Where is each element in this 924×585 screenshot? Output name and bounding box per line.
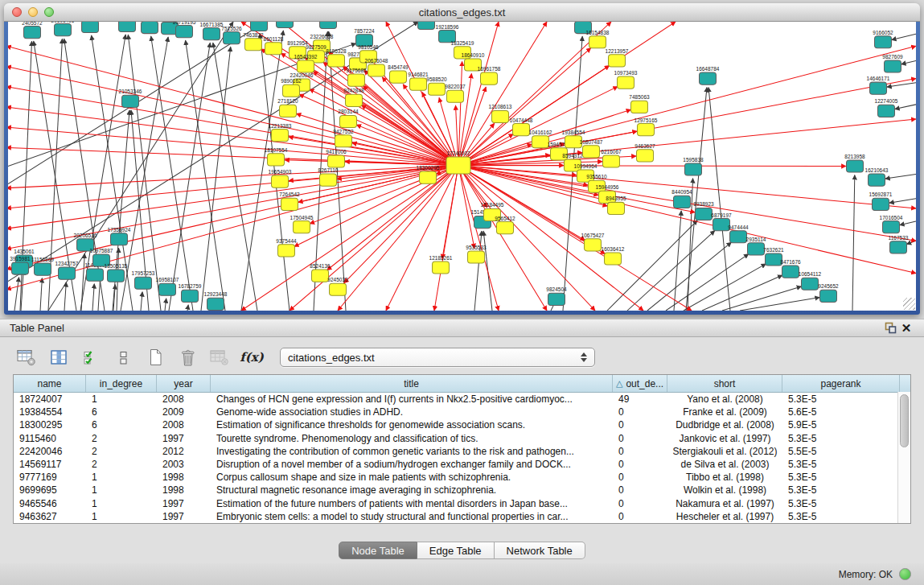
network-edge[interactable] [48, 22, 233, 311]
cell-short[interactable]: Hescheler et al. (1997) [667, 511, 782, 522]
network-node[interactable]: 13505135 [105, 263, 128, 282]
cell-year[interactable]: 1998 [157, 472, 211, 483]
network-node[interactable]: 7264542 [279, 192, 300, 210]
select-columns-button[interactable] [80, 348, 101, 367]
cell-name[interactable]: 18300295 [14, 419, 86, 431]
table-row[interactable]: 969969511998Structural magnetic resonanc… [14, 484, 910, 496]
network-node[interactable]: 9175685 [346, 68, 367, 86]
table-row[interactable]: 977716911998Corpus callosum shape and si… [14, 471, 910, 484]
network-node[interactable]: 17957253 [132, 270, 155, 289]
cell-year[interactable]: 1997 [157, 511, 211, 522]
close-panel-button[interactable]: ✕ [898, 321, 914, 336]
network-node[interactable]: 1527602 [139, 22, 160, 34]
create-column-button[interactable] [145, 348, 166, 367]
network-node[interactable]: 9146821 [408, 72, 429, 90]
network-edge[interactable] [187, 305, 188, 311]
network-edge[interactable] [434, 165, 458, 311]
cell-year[interactable]: 2008 [157, 393, 211, 405]
cell-year[interactable]: 1998 [157, 484, 211, 496]
network-node[interactable]: 20691406 [51, 22, 75, 36]
network-node[interactable]: 8440954 [671, 189, 692, 208]
network-node[interactable]: 7906586 [274, 22, 295, 28]
table-selector-dropdown[interactable]: citations_edges.txt [280, 348, 595, 367]
network-node[interactable]: 16154838 [586, 30, 610, 48]
network-node[interactable]: 8813054 [416, 22, 437, 30]
network-node[interactable]: 9245652 [818, 283, 839, 302]
cell-in_degree[interactable]: 2 [86, 446, 157, 457]
delete-column-button[interactable] [177, 348, 198, 367]
cell-out_de[interactable]: 0 [613, 459, 667, 470]
cell-in_degree[interactable]: 1 [86, 484, 157, 496]
network-node[interactable]: 17016504 [880, 215, 903, 233]
network-node[interactable]: 9463627 [634, 143, 655, 162]
network-node[interactable]: 19654903 [269, 169, 292, 187]
network-node[interactable]: 7463822 [243, 32, 264, 51]
network-node[interactable]: 18300295 [417, 165, 440, 183]
cell-pagerank[interactable]: 5.3E-5 [782, 393, 900, 405]
network-node[interactable]: 12108613 [489, 104, 512, 122]
cell-title[interactable]: Changes of HCN gene expression and I(f) … [211, 393, 613, 405]
cell-pagerank[interactable]: 5.5E-5 [782, 446, 900, 457]
network-node[interactable]: 17240007 [446, 150, 470, 174]
network-node[interactable]: 9166052 [873, 30, 893, 48]
cell-short[interactable]: de Silva et al. (2003) [667, 459, 782, 470]
table-row[interactable]: 1872400712008Changes of HCN gene express… [14, 393, 910, 406]
network-node[interactable]: 16958107 [156, 277, 179, 295]
network-edge[interactable] [895, 105, 916, 109]
cell-in_degree[interactable]: 2 [86, 459, 157, 470]
column-header-title[interactable]: title [211, 375, 613, 392]
network-node[interactable]: 10973493 [614, 70, 638, 89]
network-edge[interactable] [458, 46, 916, 165]
cell-short[interactable]: Wolkin et al. (1998) [667, 484, 782, 496]
network-node[interactable]: 8186328 [326, 48, 347, 67]
network-node[interactable]: 8267110 [318, 167, 339, 186]
network-edge[interactable] [906, 241, 916, 244]
network-node[interactable]: 16961758 [478, 66, 501, 84]
cell-out_de[interactable]: 49 [613, 393, 667, 405]
cell-out_de[interactable]: 0 [613, 433, 667, 444]
network-edge[interactable] [708, 88, 730, 311]
network-edge[interactable] [901, 60, 916, 64]
network-node[interactable]: 9565412 [495, 216, 515, 234]
network-window-titlebar[interactable]: citations_edges.txt [4, 3, 920, 22]
network-edge[interactable] [885, 175, 916, 179]
network-edge[interactable] [852, 175, 855, 311]
cell-year[interactable]: 2003 [157, 459, 211, 470]
network-edge[interactable] [8, 87, 458, 166]
network-node[interactable]: 7515526 [221, 26, 242, 44]
network-node[interactable]: 12213383 [269, 123, 292, 142]
cell-out_de[interactable]: 0 [613, 511, 667, 522]
network-node[interactable]: 9417006 [326, 149, 347, 167]
network-node[interactable]: 16053809 [317, 22, 340, 29]
cell-in_degree[interactable]: 1 [86, 472, 157, 483]
cell-year[interactable]: 1997 [157, 433, 211, 444]
cell-short[interactable]: Nakamura et al. (1997) [667, 498, 782, 509]
network-node[interactable]: 8605561 [248, 22, 269, 31]
cell-name[interactable]: 9115460 [14, 433, 86, 444]
network-edge[interactable] [674, 211, 681, 311]
cell-title[interactable]: Estimation of the future numbers of pati… [211, 498, 613, 509]
table-vertical-scrollbar[interactable] [897, 392, 910, 523]
tab-edge-table[interactable]: Edge Table [417, 542, 495, 559]
cell-pagerank[interactable]: 5.3E-5 [782, 511, 900, 522]
network-edge[interactable] [889, 199, 916, 203]
cell-title[interactable]: Tourette syndrome. Phenomenology and cla… [211, 433, 613, 444]
cell-short[interactable]: Jankovic et al. (1997) [667, 433, 782, 444]
cell-name[interactable]: 22420046 [14, 446, 86, 457]
network-node[interactable]: 12213957 [606, 48, 629, 67]
network-edge[interactable] [338, 165, 458, 311]
table-row[interactable]: 946554611997Estimation of the future num… [14, 497, 910, 510]
tab-network-table[interactable]: Network Table [495, 542, 585, 559]
network-edge[interactable] [740, 298, 819, 311]
cell-pagerank[interactable]: 5.3E-5 [782, 459, 900, 470]
network-node[interactable]: 9427552 [333, 129, 354, 147]
network-node[interactable]: 8943955 [606, 196, 626, 214]
cell-in_degree[interactable]: 1 [86, 393, 157, 405]
cell-title[interactable]: Corpus callosum shape and size in male p… [211, 472, 613, 483]
network-node[interactable]: 12274005 [875, 98, 898, 117]
cell-out_de[interactable]: 0 [613, 419, 667, 431]
cell-short[interactable]: Tibbo et al. (1998) [667, 472, 782, 483]
table-options-button[interactable] [16, 348, 37, 367]
cell-year[interactable]: 1997 [157, 498, 211, 509]
network-edge[interactable] [386, 165, 458, 311]
